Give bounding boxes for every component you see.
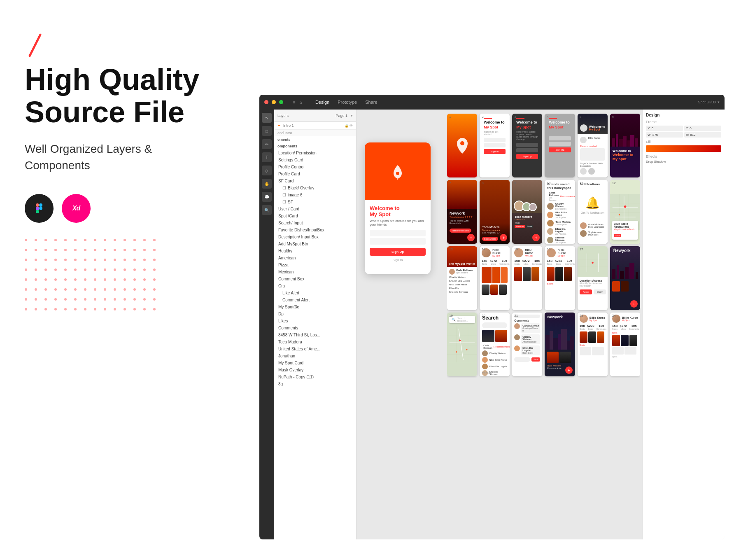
layer-american[interactable]: American — [274, 254, 356, 261]
layer-comments[interactable]: Comments — [274, 324, 356, 331]
screen-number-18: 18 — [612, 247, 616, 251]
layer-healthy[interactable]: Healthy — [274, 247, 356, 254]
screen-number-16: 16 — [547, 247, 550, 251]
layer-fav-dishes[interactable]: Favorite Dishes/InputBox — [274, 226, 356, 233]
screen-number-22: 22 — [547, 314, 550, 317]
hand-tool[interactable]: ✋ — [262, 179, 272, 189]
layer-search[interactable]: Search/ Input — [274, 219, 356, 226]
tab-prototype[interactable]: Prototype — [338, 100, 357, 105]
red-action-btn-7[interactable]: + — [467, 234, 475, 241]
layer-profile-control[interactable]: Profile Control — [274, 163, 356, 170]
figma-canvas[interactable]: Welcome to My Spot Where Spots are creat… — [357, 110, 642, 539]
svg-point-5 — [39, 207, 42, 210]
screens-row-1: 1 Welcome toMy Spot Sign In to get start… — [447, 114, 640, 177]
layer-settings[interactable]: Settings Card — [274, 156, 356, 163]
layer-usa[interactable]: United States of Ame... — [274, 345, 356, 352]
layer-jonathan[interactable]: Jonathan — [274, 352, 356, 359]
screen-number-3: 3 — [514, 115, 516, 119]
screen-number-21: 21 — [514, 314, 518, 317]
window-close[interactable] — [264, 100, 268, 104]
layer-mexican[interactable]: Mexican — [274, 268, 356, 275]
left-phone-mockup: Welcome to My Spot Where Spots are creat… — [365, 142, 431, 274]
screens-row-4: 🔍 Search location... 19 Search — [447, 313, 640, 376]
layer-my-spot[interactable]: My Spot(3c — [274, 303, 356, 310]
layer-8g[interactable]: 8g — [274, 380, 356, 387]
screen-19-map-search: 🔍 Search location... 19 — [447, 313, 477, 376]
layer-comment-box[interactable]: Comment Box — [274, 275, 356, 282]
subtitle: Well Organized Layers &Components — [25, 141, 239, 173]
hero-section: High Quality Source File Well Organized … — [25, 33, 239, 223]
layer-location[interactable]: Location/ Permission — [274, 149, 356, 156]
layer-cra[interactable]: Cra — [274, 282, 356, 289]
frame-tool[interactable]: □ — [262, 126, 272, 136]
red-action-btn-18[interactable]: + — [630, 300, 638, 308]
screen-11-notifications: Notifications 🔔 Get To Notification Adri… — [578, 180, 608, 244]
mockup-fields — [370, 230, 426, 245]
screen-4-welcome-grey: Welcome toMy Spot Sign Up 4 — [545, 114, 575, 177]
tab-share[interactable]: Share — [365, 100, 377, 105]
screen-number-24: 24 — [612, 314, 616, 317]
screen-9-people: Toca Madera Get In On Tags Mexican Pizza… — [512, 180, 542, 244]
mockup-signup-btn[interactable]: Sign Up — [370, 248, 426, 256]
layer-likes[interactable]: Likes — [274, 317, 356, 324]
window-maximize[interactable] — [279, 100, 283, 104]
svg-point-18 — [624, 205, 627, 208]
zoom-tool[interactable]: 🔍 — [262, 205, 272, 215]
text-tool[interactable]: T — [262, 152, 272, 162]
svg-rect-1 — [36, 203, 39, 207]
red-action-btn-22[interactable]: + — [565, 366, 573, 374]
screen-number-8: 8 — [482, 181, 483, 185]
layers-header: Layers Page 1 ▾ — [274, 110, 356, 122]
screen-number-7: 7 — [449, 181, 451, 185]
screen-number-1: 1 — [449, 115, 451, 119]
layer-like-alert[interactable]: Like Alert — [274, 289, 356, 296]
layer-mask-overlay[interactable]: Mask Overlay — [274, 366, 356, 373]
pen-tool[interactable]: ✏ — [262, 139, 272, 149]
layer-toca[interactable]: Toca Madera — [274, 338, 356, 345]
layer-pizza[interactable]: Pizza — [274, 261, 356, 268]
screens-row-3: The MySpot Profile Carla Ballman Spot Ma… — [447, 246, 640, 310]
layer-black-overlay[interactable]: ☐ Black/ Overlay — [274, 184, 356, 191]
frame-label: Frame — [646, 120, 721, 124]
screen-number-2: 2 — [482, 115, 483, 119]
layer-profile-card[interactable]: Profile Card — [274, 170, 356, 177]
mockup-signin[interactable]: Sign In — [370, 258, 426, 262]
tool-icons: Xd — [25, 194, 239, 223]
screen-20-search: Search Carla Ballman Recommended — [480, 313, 510, 376]
tab-design[interactable]: Design — [315, 100, 329, 105]
dot-pattern — [25, 239, 156, 318]
layer-dp[interactable]: Dp — [274, 310, 356, 317]
figma-main-area: ↖ □ ✏ T ◇ ✋ 💬 🔍 Layers Page 1 ▾ ✦ Intro … — [259, 110, 725, 539]
screens-container: 1 Welcome toMy Spot Sign In to get start… — [447, 114, 640, 537]
screen-15-profile-stats2: Billie Kurse My Spot 158 Spots — [512, 246, 542, 310]
figma-right-panel: Design Frame X: 0 Y: 0 W: 375 H: 812 Fil… — [642, 110, 725, 539]
select-tool[interactable]: ↖ — [262, 113, 272, 123]
svg-rect-27 — [447, 327, 477, 362]
layer-comment-alert[interactable]: Comment Alert — [274, 296, 356, 303]
layer-myspot-card[interactable]: My Spot Card — [274, 359, 356, 366]
red-action-btn-9[interactable]: + — [532, 234, 540, 241]
layer-address[interactable]: 8458 W Third St, Los... — [274, 331, 356, 338]
layer-sf[interactable]: ☐ SF — [274, 198, 356, 205]
layer-user-card[interactable]: User / Card — [274, 205, 356, 212]
screen-number-12: 12 — [612, 181, 616, 185]
mockup-field2 — [370, 238, 426, 245]
layer-nupath[interactable]: NuPath - Copy (11) — [274, 373, 356, 380]
svg-point-37 — [456, 351, 457, 352]
layer-desc[interactable]: Description/ Input Box — [274, 233, 356, 240]
screen-13-spot-details: The MySpot Profile Carla Ballman Spot Ma… — [447, 246, 477, 310]
screen-number-20: 20 — [482, 314, 485, 317]
svg-point-36 — [466, 349, 467, 350]
layer-image6[interactable]: ☐ image 6 — [274, 191, 356, 198]
screen-number-6: 6 — [612, 115, 614, 119]
shape-tool[interactable]: ◇ — [262, 166, 272, 175]
layer-sf-card[interactable]: SF Card — [274, 177, 356, 184]
comment-tool[interactable]: 💬 — [262, 192, 272, 202]
design-panel-title: Design — [646, 113, 721, 117]
window-minimize[interactable] — [272, 100, 276, 104]
mockup-tagline: Where Spots are created for you and your… — [370, 219, 426, 226]
screen-number-5: 5 — [580, 115, 581, 119]
layer-add-spot[interactable]: Add MySpot Btn — [274, 240, 356, 247]
layer-spot-card[interactable]: Spot /Card — [274, 212, 356, 219]
xd-icon: Xd — [62, 194, 91, 223]
